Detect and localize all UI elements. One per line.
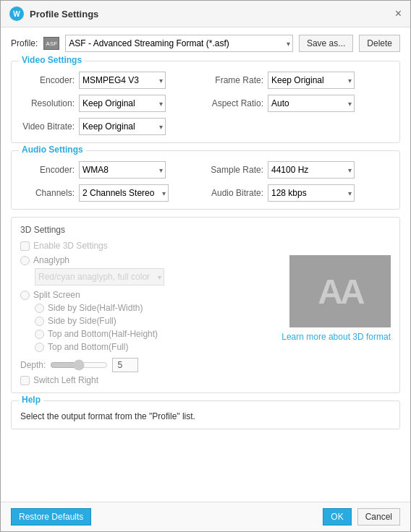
close-button[interactable]: × bbox=[395, 8, 402, 20]
audio-encoder-select-wrap[interactable]: WMA8 AAC MP3 bbox=[79, 161, 166, 179]
video-settings-body: Encoder: MSMPEG4 V3 H.264 H.265 Frame Ra… bbox=[12, 61, 399, 142]
switch-left-right-label: Switch Left Right bbox=[33, 375, 98, 385]
audio-settings-section: Audio Settings Encoder: WMA8 AAC MP3 bbox=[11, 150, 400, 210]
footer: Restore Defaults OK Cancel bbox=[1, 502, 410, 531]
audio-encoder-label: Encoder: bbox=[20, 165, 75, 175]
depth-slider[interactable] bbox=[50, 359, 108, 371]
anaglyph-select-wrapper: Red/cyan anaglyph, full color ▾ bbox=[35, 268, 274, 286]
top-full-radio[interactable] bbox=[35, 343, 44, 352]
anaglyph-radio-row: Anaglyph bbox=[20, 255, 274, 265]
cancel-button[interactable]: Cancel bbox=[357, 508, 400, 525]
enable-3d-checkbox[interactable] bbox=[20, 241, 30, 251]
ok-button[interactable]: OK bbox=[323, 508, 351, 525]
audio-settings-title: Audio Settings bbox=[19, 145, 86, 155]
frame-rate-row: Frame Rate: Keep Original 24 30 bbox=[209, 72, 391, 89]
top-half-label: Top and Bottom(Half-Height) bbox=[48, 329, 158, 339]
3d-section-title: 3D Settings bbox=[20, 225, 391, 235]
video-settings-section: Video Settings Encoder: MSMPEG4 V3 H.264… bbox=[11, 61, 400, 143]
split-screen-label: Split Screen bbox=[33, 290, 80, 300]
dialog-title: Profile Settings bbox=[30, 9, 98, 20]
depth-row: Depth: bbox=[20, 358, 274, 372]
help-section: Help Select the output format from the "… bbox=[11, 400, 400, 429]
encoder-select-wrap[interactable]: MSMPEG4 V3 H.264 H.265 bbox=[79, 72, 166, 89]
frame-rate-label: Frame Rate: bbox=[209, 75, 263, 85]
enable-3d-label: Enable 3D Settings bbox=[33, 241, 108, 251]
aspect-ratio-select[interactable]: Auto 16:9 4:3 bbox=[268, 95, 355, 112]
top-full-label: Top and Bottom(Full) bbox=[48, 342, 128, 352]
profile-format-icon: ASF bbox=[43, 37, 59, 50]
audio-bitrate-select[interactable]: 128 kbps 64 kbps 192 kbps bbox=[268, 184, 355, 202]
aspect-ratio-label: Aspect Ratio: bbox=[209, 98, 263, 108]
anaglyph-select[interactable]: Red/cyan anaglyph, full color bbox=[35, 268, 164, 286]
preview-letters: AA bbox=[318, 272, 362, 312]
profile-row: Profile: ASF ASF - Advanced Streaming Fo… bbox=[11, 35, 400, 52]
side-full-radio[interactable] bbox=[35, 317, 44, 326]
side-half-row: Side by Side(Half-Width) bbox=[35, 303, 274, 313]
anaglyph-label: Anaglyph bbox=[33, 255, 69, 265]
top-full-row: Top and Bottom(Full) bbox=[35, 342, 274, 352]
frame-rate-select[interactable]: Keep Original 24 30 bbox=[268, 72, 355, 89]
depth-label: Depth: bbox=[20, 360, 46, 370]
3d-body: Anaglyph Red/cyan anaglyph, full color ▾ bbox=[20, 255, 391, 385]
profile-select-wrapper[interactable]: ASF - Advanced Streaming Format (*.asf) bbox=[65, 35, 293, 52]
video-bitrate-label: Video Bitrate: bbox=[20, 121, 75, 132]
resolution-select[interactable]: Keep Original 1920x1080 1280x720 bbox=[79, 95, 166, 112]
footer-right: OK Cancel bbox=[323, 508, 400, 525]
audio-bitrate-label: Audio Bitrate: bbox=[209, 188, 263, 198]
sample-rate-select[interactable]: 44100 Hz 22050 Hz 48000 Hz bbox=[268, 161, 355, 179]
frame-rate-select-wrap[interactable]: Keep Original 24 30 bbox=[268, 72, 355, 89]
video-bitrate-select-wrap[interactable]: Keep Original 1000 kbps 2000 kbps bbox=[79, 118, 166, 135]
video-bitrate-row: Video Bitrate: Keep Original 1000 kbps 2… bbox=[20, 118, 202, 135]
side-half-label: Side by Side(Half-Width) bbox=[48, 303, 143, 313]
help-text: Select the output format from the "Profi… bbox=[20, 411, 195, 421]
switch-left-right-checkbox[interactable] bbox=[20, 376, 30, 385]
3d-right-panel: AA Learn more about 3D format bbox=[281, 255, 391, 385]
sample-rate-label: Sample Rate: bbox=[209, 165, 263, 175]
save-as-button[interactable]: Save as... bbox=[299, 35, 353, 52]
sample-rate-select-wrap[interactable]: 44100 Hz 22050 Hz 48000 Hz bbox=[268, 161, 355, 179]
audio-encoder-row: Encoder: WMA8 AAC MP3 bbox=[20, 161, 202, 179]
content-area: Profile: ASF ASF - Advanced Streaming Fo… bbox=[1, 27, 410, 502]
profile-icon-text: ASF bbox=[46, 40, 58, 47]
video-form-grid: Encoder: MSMPEG4 V3 H.264 H.265 Frame Ra… bbox=[20, 72, 391, 135]
anaglyph-radio[interactable] bbox=[20, 256, 30, 265]
video-settings-title: Video Settings bbox=[19, 55, 85, 65]
3d-settings-section: 3D Settings Enable 3D Settings Anaglyph bbox=[11, 217, 400, 393]
resolution-select-wrap[interactable]: Keep Original 1920x1080 1280x720 bbox=[79, 95, 166, 112]
split-options: Side by Side(Half-Width) Side by Side(Fu… bbox=[35, 303, 274, 352]
audio-bitrate-select-wrap[interactable]: 128 kbps 64 kbps 192 kbps bbox=[268, 184, 355, 202]
audio-encoder-select[interactable]: WMA8 AAC MP3 bbox=[79, 161, 166, 179]
aspect-ratio-select-wrap[interactable]: Auto 16:9 4:3 bbox=[268, 95, 355, 112]
channels-select[interactable]: 2 Channels Stereo Mono 5.1 bbox=[79, 184, 169, 202]
profile-settings-dialog: W Profile Settings × Profile: ASF ASF - … bbox=[0, 0, 411, 532]
title-bar-left: W Profile Settings bbox=[9, 7, 98, 21]
3d-preview-box: AA bbox=[289, 255, 391, 327]
help-body: Select the output format from the "Profi… bbox=[12, 401, 399, 429]
encoder-select[interactable]: MSMPEG4 V3 H.264 H.265 bbox=[79, 72, 166, 89]
help-title: Help bbox=[19, 395, 43, 405]
delete-button[interactable]: Delete bbox=[359, 35, 400, 52]
app-icon-text: W bbox=[13, 10, 20, 18]
sample-rate-row: Sample Rate: 44100 Hz 22050 Hz 48000 Hz bbox=[209, 161, 391, 179]
profile-select[interactable]: ASF - Advanced Streaming Format (*.asf) bbox=[65, 35, 293, 52]
anaglyph-select-wrap[interactable]: Red/cyan anaglyph, full color ▾ bbox=[35, 268, 164, 286]
side-full-row: Side by Side(Full) bbox=[35, 316, 274, 326]
learn-more-link[interactable]: Learn more about 3D format bbox=[281, 332, 391, 342]
depth-spinbox[interactable] bbox=[112, 358, 138, 372]
resolution-row: Resolution: Keep Original 1920x1080 1280… bbox=[20, 95, 202, 112]
side-half-radio[interactable] bbox=[35, 304, 44, 313]
app-icon: W bbox=[9, 7, 24, 21]
channels-label: Channels: bbox=[20, 188, 75, 198]
3d-left-panel: Anaglyph Red/cyan anaglyph, full color ▾ bbox=[20, 255, 274, 385]
video-bitrate-select[interactable]: Keep Original 1000 kbps 2000 kbps bbox=[79, 118, 166, 135]
enable-3d-row: Enable 3D Settings bbox=[20, 241, 391, 251]
encoder-label: Encoder: bbox=[20, 75, 75, 85]
split-screen-radio[interactable] bbox=[20, 291, 30, 300]
side-full-label: Side by Side(Full) bbox=[48, 316, 116, 326]
audio-bitrate-row: Audio Bitrate: 128 kbps 64 kbps 192 kbps bbox=[209, 184, 391, 202]
video-empty-cell bbox=[209, 118, 391, 135]
restore-defaults-button[interactable]: Restore Defaults bbox=[11, 508, 91, 525]
audio-settings-body: Encoder: WMA8 AAC MP3 Sample Rate: bbox=[12, 151, 399, 209]
channels-select-wrap[interactable]: 2 Channels Stereo Mono 5.1 bbox=[79, 184, 169, 202]
top-half-radio[interactable] bbox=[35, 330, 44, 339]
